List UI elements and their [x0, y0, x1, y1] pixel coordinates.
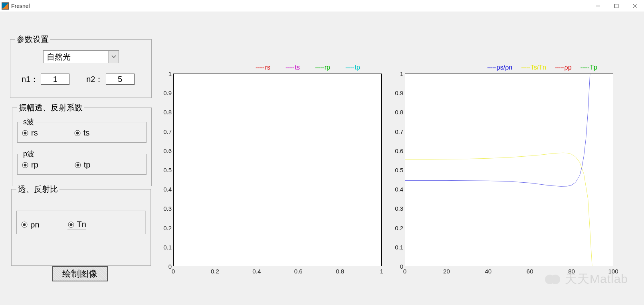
- rs-radio[interactable]: rs: [22, 128, 38, 138]
- curve-ρs/ρn: [405, 74, 590, 186]
- rho-n-radio[interactable]: ρn: [21, 220, 40, 229]
- y-tick: 0.7: [395, 128, 403, 135]
- rho-n-label: ρn: [30, 220, 40, 229]
- light-type-value: 自然光: [44, 52, 108, 62]
- p-wave-fieldset: p波 rp tp: [17, 149, 147, 175]
- amplitude-legend: 振幅透、反射系数: [17, 102, 84, 113]
- x-tick: 20: [443, 268, 450, 275]
- svg-point-11: [76, 163, 79, 166]
- rp-radio[interactable]: rp: [22, 160, 38, 169]
- x-tick: 80: [568, 268, 575, 275]
- y-tick: 0.2: [163, 224, 172, 231]
- app-icon: [2, 2, 9, 10]
- n1-input[interactable]: 1: [41, 74, 69, 85]
- axes-right: -----ρs/ρn-----Ts/Tn-----ρp-----Tp 00.10…: [391, 64, 615, 280]
- legend-item: -----rp: [315, 64, 330, 71]
- svg-point-5: [24, 132, 27, 134]
- s-wave-fieldset: s波 rs ts: [17, 117, 147, 143]
- params-fieldset: 参数设置 自然光 n1： 1 n2： 5: [10, 34, 152, 98]
- tn-radio[interactable]: Tn: [67, 220, 86, 229]
- x-tick: 0: [403, 268, 406, 275]
- x-tick: 0.4: [252, 268, 261, 275]
- legend-item: -----ρp: [555, 64, 572, 71]
- legend-item: -----tp: [345, 64, 360, 71]
- x-tick: 40: [485, 268, 491, 275]
- y-tick: 0.1: [163, 243, 172, 250]
- svg-point-15: [69, 223, 72, 226]
- y-tick: 0.5: [395, 167, 403, 173]
- y-tick: 0.4: [395, 186, 403, 193]
- legend-item: -----rs: [256, 64, 270, 71]
- n1-label: n1：: [22, 74, 38, 85]
- n2-label: n2：: [86, 74, 103, 85]
- x-tick: 100: [608, 268, 618, 275]
- x-tick: 0.6: [294, 268, 303, 275]
- legend-item: -----Ts/Tn: [521, 64, 546, 71]
- minimize-button[interactable]: [589, 0, 607, 12]
- amplitude-fieldset: 振幅透、反射系数 s波 rs ts p波 rp: [12, 102, 152, 186]
- y-tick: 0.3: [163, 205, 172, 212]
- x-tick: 0: [172, 268, 175, 275]
- y-tick: 0.1: [395, 243, 403, 250]
- rs-label: rs: [31, 128, 38, 138]
- y-tick: 0.6: [395, 147, 403, 154]
- axes-left-legend: -----rs-----ts-----rp-----tp: [256, 64, 360, 71]
- chevron-down-icon: [108, 51, 119, 63]
- y-tick: 0.5: [163, 167, 172, 173]
- y-tick: 0.9: [395, 90, 403, 96]
- svg-point-13: [23, 223, 26, 226]
- rp-label: rp: [31, 160, 38, 169]
- y-tick: 0.8: [163, 109, 172, 116]
- axes-left: -----rs-----ts-----rp-----tp 00.10.20.30…: [160, 64, 383, 280]
- y-tick: 0.4: [163, 186, 172, 193]
- x-tick: 60: [527, 268, 533, 275]
- svg-point-9: [24, 163, 27, 166]
- y-tick: 1: [400, 70, 403, 77]
- axes-right-legend: -----ρs/ρn-----Ts/Tn-----ρp-----Tp: [487, 64, 597, 71]
- y-tick: 0.8: [395, 109, 403, 116]
- curve-Ts/Tn: [405, 153, 592, 266]
- n2-input[interactable]: 5: [106, 74, 135, 85]
- light-type-dropdown[interactable]: 自然光: [43, 50, 119, 63]
- y-tick: 0.6: [163, 147, 172, 154]
- y-tick: 0.7: [163, 128, 172, 135]
- y-tick: 0: [400, 263, 403, 270]
- axes-right-plot: [405, 74, 613, 266]
- y-tick: 0.9: [163, 90, 172, 96]
- close-button[interactable]: [626, 0, 644, 12]
- tn-label: Tn: [77, 220, 86, 229]
- window-title: Fresnel: [11, 3, 30, 9]
- ts-radio[interactable]: ts: [74, 128, 90, 138]
- y-tick: 0.3: [395, 205, 403, 212]
- p-wave-legend: p波: [22, 149, 36, 159]
- ts-label: ts: [83, 128, 90, 138]
- plot-button[interactable]: 绘制图像: [52, 266, 108, 281]
- svg-rect-1: [615, 4, 618, 8]
- ratio-legend: 透、反射比: [16, 184, 59, 195]
- legend-item: -----ts: [285, 64, 300, 71]
- legend-item: -----ρs/ρn: [487, 64, 512, 71]
- tp-radio[interactable]: tp: [74, 160, 91, 169]
- svg-point-7: [76, 132, 79, 134]
- x-tick: 1: [380, 268, 383, 275]
- s-wave-legend: s波: [22, 117, 36, 127]
- ratio-fieldset: 透、反射比 ρn Tn: [11, 184, 151, 266]
- axes-left-plot: [173, 74, 382, 266]
- tp-label: tp: [84, 160, 91, 169]
- y-tick: 1: [168, 70, 172, 77]
- ratio-inner-fieldset: ρn Tn: [16, 211, 146, 234]
- titlebar: Fresnel: [0, 0, 644, 12]
- y-tick: 0: [168, 263, 172, 270]
- y-tick: 0.2: [395, 224, 403, 231]
- x-tick: 0.8: [336, 268, 344, 275]
- legend-item: -----Tp: [581, 64, 597, 71]
- x-tick: 0.2: [211, 268, 219, 275]
- params-legend: 参数设置: [15, 34, 50, 45]
- maximize-button[interactable]: [607, 0, 626, 12]
